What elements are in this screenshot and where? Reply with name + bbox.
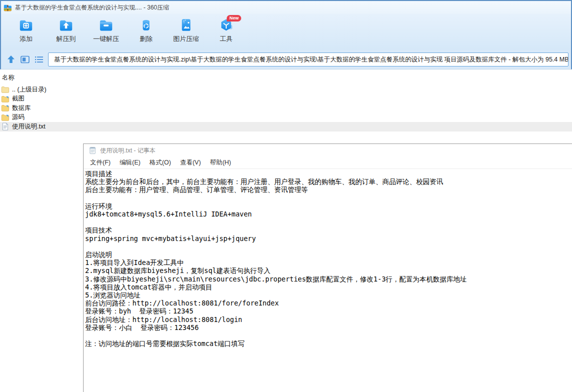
notepad-title: 使用说明.txt - 记事本 bbox=[100, 146, 156, 155]
notepad-content[interactable]: 项目描述 系统主要分为前台和后台，其中，前台主要功能有：用户注册、用户登录、我的… bbox=[84, 169, 572, 392]
add-button[interactable]: 添加 bbox=[10, 18, 42, 44]
file-name: 数据库 bbox=[12, 104, 31, 112]
one-click-extract-button[interactable]: 一键解压 bbox=[90, 18, 122, 44]
extract-to-label: 解压到 bbox=[57, 34, 76, 44]
parent-folder-icon bbox=[1, 86, 10, 94]
folder-icon bbox=[1, 95, 10, 103]
menu-help[interactable]: 帮助(H) bbox=[205, 158, 235, 167]
list-view-icon[interactable] bbox=[34, 54, 44, 64]
delete-label: 删除 bbox=[140, 34, 153, 44]
image-compress-label: 图片压缩 bbox=[173, 34, 199, 44]
delete-icon bbox=[139, 18, 154, 32]
file-name: 截图 bbox=[12, 94, 25, 103]
list-item-folder-source[interactable]: 源码 bbox=[0, 113, 572, 122]
file-name: 使用说明.txt bbox=[12, 122, 46, 131]
tools-label: 工具 bbox=[220, 34, 233, 44]
one-click-extract-label: 一键解压 bbox=[93, 34, 119, 44]
one-click-extract-icon bbox=[99, 18, 114, 32]
address-bar: 基于大数据的学生食堂点餐系统的设计与实现.zip\基于大数据的学生食堂点餐系统的… bbox=[1, 50, 571, 69]
notepad-window: 使用说明.txt - 记事本 文件(F) 编辑(E) 格式(O) 查看(V) 帮… bbox=[83, 144, 572, 392]
folder-icon bbox=[1, 114, 10, 122]
add-label: 添加 bbox=[20, 34, 33, 44]
menu-view[interactable]: 查看(V) bbox=[176, 158, 206, 167]
file-name: 源码 bbox=[12, 113, 25, 122]
image-compress-icon bbox=[179, 18, 194, 32]
app-zip-icon bbox=[4, 4, 12, 12]
list-item-folder-screenshots[interactable]: 截图 bbox=[0, 94, 572, 104]
address-field[interactable]: 基于大数据的学生食堂点餐系统的设计与实现.zip\基于大数据的学生食堂点餐系统的… bbox=[48, 52, 568, 66]
menu-format[interactable]: 格式(O) bbox=[145, 158, 176, 167]
notepad-icon bbox=[89, 146, 97, 154]
file-name: .. (上级目录) bbox=[12, 86, 47, 94]
extract-to-button[interactable]: 解压到 bbox=[50, 18, 82, 44]
window-title: 基于大数据的学生食堂点餐系统的设计与实现.... - 360压缩 bbox=[15, 4, 169, 12]
titlebar: 基于大数据的学生食堂点餐系统的设计与实现.... - 360压缩 bbox=[1, 1, 571, 14]
folder-icon bbox=[1, 104, 10, 112]
toolbar: 添加 解压到 一键解压 删除 bbox=[1, 14, 571, 50]
menu-file[interactable]: 文件(F) bbox=[86, 158, 115, 167]
tools-button[interactable]: New 工具 bbox=[210, 18, 242, 44]
image-compress-button[interactable]: 图片压缩 bbox=[170, 18, 202, 44]
extract-to-icon bbox=[59, 18, 74, 32]
menu-edit[interactable]: 编辑(E) bbox=[115, 158, 145, 167]
view-mode-icon[interactable] bbox=[20, 54, 30, 64]
add-folder-icon bbox=[19, 18, 34, 32]
up-level-icon[interactable] bbox=[6, 54, 16, 64]
notepad-titlebar[interactable]: 使用说明.txt - 记事本 bbox=[84, 144, 572, 157]
list-item-parent-dir[interactable]: .. (上级目录) bbox=[0, 85, 572, 94]
archive-path: 基于大数据的学生食堂点餐系统的设计与实现.zip\基于大数据的学生食堂点餐系统的… bbox=[54, 56, 568, 64]
column-header-name[interactable]: 名称 bbox=[0, 70, 572, 85]
file-list: 名称 .. (上级目录) 截图 数据库 源码 使用说明. bbox=[0, 70, 572, 132]
list-item-folder-database[interactable]: 数据库 bbox=[0, 104, 572, 113]
archive-window-chrome: 基于大数据的学生食堂点餐系统的设计与实现.... - 360压缩 添加 解压到 bbox=[0, 0, 572, 70]
text-file-icon bbox=[1, 122, 10, 130]
notepad-menubar: 文件(F) 编辑(E) 格式(O) 查看(V) 帮助(H) bbox=[84, 157, 572, 169]
new-badge: New bbox=[227, 15, 241, 22]
delete-button[interactable]: 删除 bbox=[130, 18, 162, 44]
list-item-readme-txt[interactable]: 使用说明.txt bbox=[0, 122, 572, 132]
